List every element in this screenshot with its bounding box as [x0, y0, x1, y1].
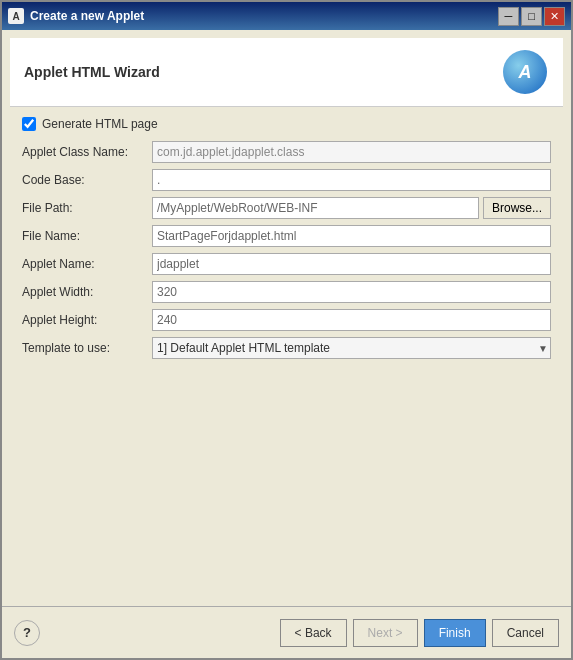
applet-height-input[interactable]: [152, 309, 551, 331]
generate-html-row: Generate HTML page: [22, 117, 551, 131]
file-path-label: File Path:: [22, 201, 152, 215]
finish-button[interactable]: Finish: [424, 619, 486, 647]
applet-class-name-label: Applet Class Name:: [22, 145, 152, 159]
applet-width-input[interactable]: [152, 281, 551, 303]
template-label: Template to use:: [22, 341, 152, 355]
generate-html-label: Generate HTML page: [42, 117, 158, 131]
applet-name-row: Applet Name:: [22, 253, 551, 275]
template-select[interactable]: 1] Default Applet HTML template 2] Custo…: [152, 337, 551, 359]
browse-button[interactable]: Browse...: [483, 197, 551, 219]
help-button[interactable]: ?: [14, 620, 40, 646]
code-base-input[interactable]: [152, 169, 551, 191]
code-base-label: Code Base:: [22, 173, 152, 187]
maximize-button[interactable]: □: [521, 7, 542, 26]
applet-name-input[interactable]: [152, 253, 551, 275]
globe-letter: A: [519, 62, 532, 83]
file-name-input[interactable]: [152, 225, 551, 247]
file-path-input[interactable]: [152, 197, 479, 219]
applet-height-label: Applet Height:: [22, 313, 152, 327]
generate-html-checkbox[interactable]: [22, 117, 36, 131]
footer: ? < Back Next > Finish Cancel: [2, 606, 571, 658]
close-button[interactable]: ✕: [544, 7, 565, 26]
applet-class-name-row: Applet Class Name:: [22, 141, 551, 163]
cancel-button[interactable]: Cancel: [492, 619, 559, 647]
file-name-label: File Name:: [22, 229, 152, 243]
wizard-title: Applet HTML Wizard: [24, 64, 160, 80]
next-button[interactable]: Next >: [353, 619, 418, 647]
applet-width-row: Applet Width:: [22, 281, 551, 303]
title-bar: A Create a new Applet ─ □ ✕: [2, 2, 571, 30]
applet-name-label: Applet Name:: [22, 257, 152, 271]
template-row: Template to use: 1] Default Applet HTML …: [22, 337, 551, 359]
main-window: A Create a new Applet ─ □ ✕ Applet HTML …: [0, 0, 573, 660]
applet-height-row: Applet Height:: [22, 309, 551, 331]
code-base-row: Code Base:: [22, 169, 551, 191]
window-title: Create a new Applet: [30, 9, 492, 23]
form-spacer: [22, 365, 551, 588]
applet-width-label: Applet Width:: [22, 285, 152, 299]
header-icon: A: [501, 48, 549, 96]
back-button[interactable]: < Back: [280, 619, 347, 647]
file-name-row: File Name:: [22, 225, 551, 247]
window-icon: A: [8, 8, 24, 24]
file-path-row: File Path: Browse...: [22, 197, 551, 219]
form-content: Generate HTML page Applet Class Name: Co…: [10, 107, 563, 598]
footer-buttons: < Back Next > Finish Cancel: [280, 619, 559, 647]
window-controls: ─ □ ✕: [498, 7, 565, 26]
applet-class-name-input[interactable]: [152, 141, 551, 163]
template-select-wrapper: 1] Default Applet HTML template 2] Custo…: [152, 337, 551, 359]
minimize-button[interactable]: ─: [498, 7, 519, 26]
globe-icon: A: [503, 50, 547, 94]
